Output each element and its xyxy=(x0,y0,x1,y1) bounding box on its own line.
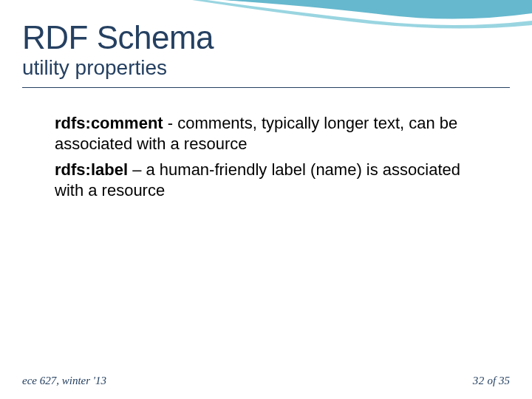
term: rdfs:comment xyxy=(55,114,163,132)
body-item: rdfs:comment - comments, typically longe… xyxy=(55,113,473,154)
page-sep: of xyxy=(485,375,499,386)
slide-title: RDF Schema xyxy=(22,21,510,55)
term: rdfs:label xyxy=(55,160,128,179)
slide: RDF Schema utility properties rdfs:comme… xyxy=(0,0,532,399)
body-content: rdfs:comment - comments, typically longe… xyxy=(22,113,510,201)
footer-page: 32 of 35 xyxy=(473,375,510,387)
slide-subtitle: utility properties xyxy=(22,56,510,80)
page-current: 32 xyxy=(473,375,485,386)
body-item: rdfs:label – a human-friendly label (nam… xyxy=(55,160,473,201)
title-divider xyxy=(22,87,510,88)
footer-course: ece 627, winter '13 xyxy=(22,375,106,387)
page-total: 35 xyxy=(499,375,510,386)
